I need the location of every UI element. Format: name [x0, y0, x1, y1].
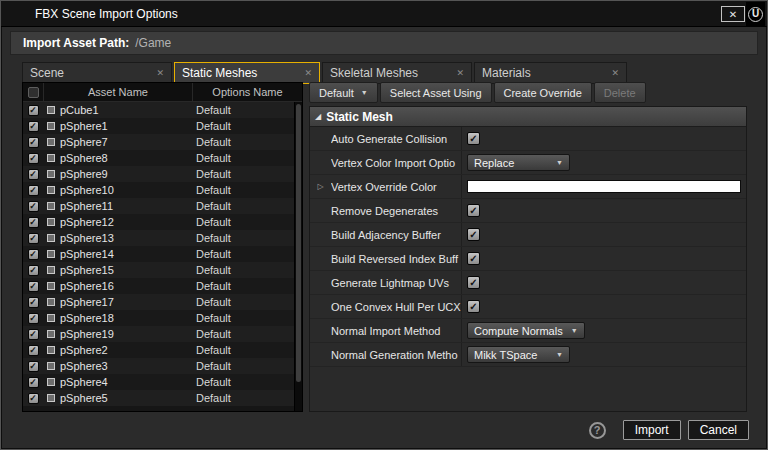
- row-checkbox[interactable]: ✓: [28, 233, 39, 244]
- select-asset-using-button[interactable]: Select Asset Using: [380, 82, 492, 103]
- static-mesh-icon: [47, 282, 55, 290]
- property-dropdown[interactable]: Compute Normals▼: [467, 322, 585, 339]
- table-row[interactable]: ✓pSphere16Default: [23, 278, 294, 294]
- row-checkbox[interactable]: ✓: [28, 297, 39, 308]
- property-dropdown[interactable]: Mikk TSpace▼: [467, 346, 570, 363]
- row-checkbox[interactable]: ✓: [28, 153, 39, 164]
- row-checkbox[interactable]: ✓: [28, 313, 39, 324]
- row-checkbox-cell: ✓: [23, 105, 43, 116]
- column-header-asset-name[interactable]: Asset Name: [43, 83, 193, 101]
- options-name-value: Default: [193, 376, 294, 388]
- column-header-options-name[interactable]: Options Name: [193, 86, 302, 98]
- row-checkbox[interactable]: ✓: [28, 377, 39, 388]
- table-row[interactable]: ✓pSphere15Default: [23, 262, 294, 278]
- table-row[interactable]: ✓pSphere18Default: [23, 310, 294, 326]
- property-row: Build Adjacency Buffer✓: [310, 223, 746, 247]
- section-header-static-mesh[interactable]: ◢ Static Mesh: [310, 107, 746, 127]
- row-checkbox[interactable]: ✓: [28, 121, 39, 132]
- delete-button[interactable]: Delete: [594, 82, 646, 103]
- asset-name-cell: pSphere13: [43, 232, 193, 244]
- property-label: Auto Generate Collision: [331, 133, 461, 145]
- property-checkbox[interactable]: ✓: [467, 204, 480, 217]
- table-row[interactable]: ✓pSphere1Default: [23, 118, 294, 134]
- row-checkbox[interactable]: ✓: [28, 345, 39, 356]
- property-checkbox[interactable]: ✓: [467, 252, 480, 265]
- property-checkbox[interactable]: ✓: [467, 228, 480, 241]
- table-row[interactable]: ✓pSphere5Default: [23, 390, 294, 406]
- table-row[interactable]: ✓pSphere11Default: [23, 198, 294, 214]
- tab-static-meshes[interactable]: Static Meshes✕: [174, 62, 320, 84]
- row-checkbox[interactable]: ✓: [28, 185, 39, 196]
- cancel-button[interactable]: Cancel: [688, 420, 749, 440]
- row-checkbox[interactable]: ✓: [28, 329, 39, 340]
- table-row[interactable]: ✓pSphere7Default: [23, 134, 294, 150]
- table-row[interactable]: ✓pSphere17Default: [23, 294, 294, 310]
- tab-materials[interactable]: Materials✕: [474, 62, 627, 84]
- row-checkbox-cell: ✓: [23, 249, 43, 260]
- create-override-button[interactable]: Create Override: [494, 82, 592, 103]
- table-row[interactable]: ✓pSphere12Default: [23, 214, 294, 230]
- tab-close-icon[interactable]: ✕: [304, 68, 312, 78]
- property-value-cell: ✓: [461, 295, 746, 318]
- asset-list-scrollbar[interactable]: [294, 102, 302, 411]
- tab-scene[interactable]: Scene✕: [22, 62, 172, 84]
- row-checkbox[interactable]: ✓: [28, 249, 39, 260]
- row-checkbox[interactable]: ✓: [28, 217, 39, 228]
- table-row[interactable]: ✓pSphere19Default: [23, 326, 294, 342]
- tab-close-icon[interactable]: ✕: [611, 68, 619, 78]
- property-checkbox[interactable]: ✓: [467, 300, 480, 313]
- property-checkbox[interactable]: ✓: [467, 276, 480, 289]
- default-options-dropdown[interactable]: Default ▼: [309, 82, 378, 103]
- options-name-value: Default: [193, 216, 294, 228]
- options-name-value: Default: [193, 248, 294, 260]
- property-label: One Convex Hull Per UCX: [331, 301, 461, 313]
- help-icon[interactable]: ?: [589, 422, 606, 439]
- row-checkbox[interactable]: ✓: [28, 169, 39, 180]
- property-row: ▷Vertex Override Color: [310, 175, 746, 199]
- asset-name: pSphere16: [60, 280, 114, 292]
- select-all-checkbox[interactable]: [28, 87, 39, 98]
- scrollbar-thumb[interactable]: [296, 104, 301, 382]
- color-swatch[interactable]: [467, 180, 741, 193]
- row-checkbox[interactable]: ✓: [28, 393, 39, 404]
- chevron-down-icon: ▼: [361, 89, 368, 96]
- row-checkbox[interactable]: ✓: [28, 265, 39, 276]
- options-name-value: Default: [193, 232, 294, 244]
- row-checkbox[interactable]: ✓: [28, 201, 39, 212]
- row-checkbox-cell: ✓: [23, 297, 43, 308]
- asset-name: pSphere17: [60, 296, 114, 308]
- table-row[interactable]: ✓pSphere3Default: [23, 358, 294, 374]
- table-row[interactable]: ✓pSphere14Default: [23, 246, 294, 262]
- row-checkbox[interactable]: ✓: [28, 137, 39, 148]
- table-row[interactable]: ✓pSphere9Default: [23, 166, 294, 182]
- static-mesh-icon: [47, 186, 55, 194]
- asset-name-cell: pSphere2: [43, 344, 193, 356]
- property-checkbox[interactable]: ✓: [467, 132, 480, 145]
- property-dropdown[interactable]: Replace▼: [467, 154, 570, 171]
- property-row: One Convex Hull Per UCX✓: [310, 295, 746, 319]
- title-bar[interactable]: FBX Scene Import Options ✕ U: [1, 1, 767, 27]
- asset-name: pSphere11: [60, 200, 113, 212]
- select-all-cell: [23, 83, 43, 101]
- table-row[interactable]: ✓pSphere2Default: [23, 342, 294, 358]
- asset-name: pSphere14: [60, 248, 114, 260]
- row-checkbox[interactable]: ✓: [28, 361, 39, 372]
- table-row[interactable]: ✓pSphere4Default: [23, 374, 294, 390]
- tab-close-icon[interactable]: ✕: [456, 68, 464, 78]
- table-row[interactable]: ✓pSphere10Default: [23, 182, 294, 198]
- tab-close-icon[interactable]: ✕: [156, 68, 164, 78]
- static-mesh-icon: [47, 138, 55, 146]
- row-checkbox[interactable]: ✓: [28, 105, 39, 116]
- table-row[interactable]: ✓pSphere8Default: [23, 150, 294, 166]
- options-name-value: Default: [193, 104, 294, 116]
- property-value-cell: ✓: [461, 223, 746, 246]
- table-row[interactable]: ✓pSphere13Default: [23, 230, 294, 246]
- close-button[interactable]: ✕: [721, 6, 745, 22]
- tab-skeletal-meshes[interactable]: Skeletal Meshes✕: [322, 62, 472, 84]
- tab-label: Scene: [30, 66, 64, 80]
- static-mesh-icon: [47, 378, 55, 386]
- row-checkbox[interactable]: ✓: [28, 281, 39, 292]
- expander-icon[interactable]: ▷: [310, 182, 331, 191]
- table-row[interactable]: ✓pCube1Default: [23, 102, 294, 118]
- import-button[interactable]: Import: [623, 420, 681, 440]
